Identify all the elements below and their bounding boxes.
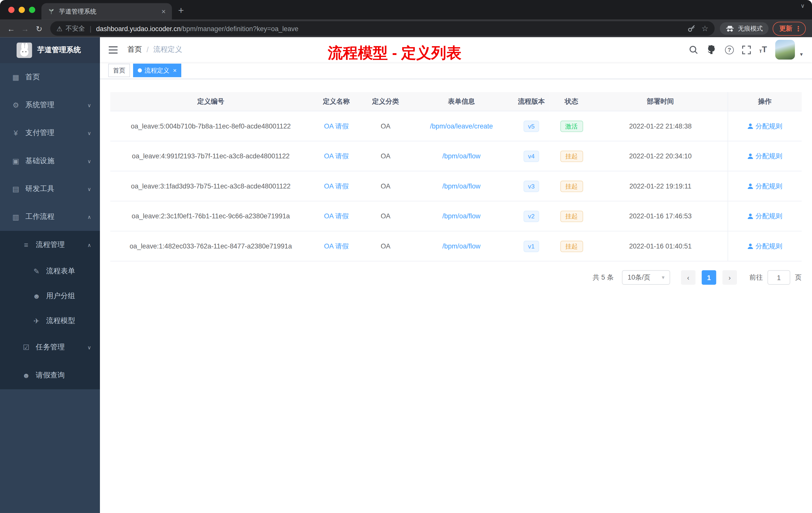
status-cell: 挂起 — [549, 171, 593, 201]
definition-name-cell: OA 请假 — [311, 141, 361, 171]
form-info-link[interactable]: /bpm/oa/flow — [442, 152, 481, 160]
assign-rule-link[interactable]: 分配规则 — [747, 212, 782, 221]
operation-cell: 分配规则 — [728, 141, 802, 171]
status-cell: 激活 — [549, 111, 593, 141]
browser-tab[interactable]: 芋道管理系统 × — [41, 3, 172, 20]
close-window-button[interactable] — [8, 7, 14, 13]
sidebar-item-label: 流程管理 — [36, 240, 65, 249]
prev-page-button[interactable]: ‹ — [681, 270, 696, 285]
url-path: /bpm/manager/definition?key=oa_leave — [181, 25, 298, 32]
sidebar-item-workflow[interactable]: ▥工作流程∧ — [0, 203, 100, 231]
page-size-select[interactable]: 10条/页 ▼ — [622, 270, 670, 285]
tab-close-icon[interactable]: × — [160, 7, 168, 16]
form-info-link[interactable]: /bpm/oa/leave/create — [430, 122, 493, 130]
sidebar-item-process-model[interactable]: ✈流程模型 — [0, 308, 100, 333]
table-row: oa_leave:1:482ec033-762a-11ec-8477-a2380… — [110, 231, 802, 261]
person-icon — [747, 243, 754, 249]
tags-view-bar: 首页流程定义× — [100, 62, 812, 79]
incognito-icon — [726, 25, 734, 32]
breadcrumb-current: 流程定义 — [153, 45, 182, 54]
tag-label: 流程定义 — [144, 66, 169, 75]
chevron-down-icon: ∨ — [87, 344, 91, 350]
sidebar-item-infrastructure[interactable]: ▣基础设施∨ — [0, 147, 100, 175]
version-badge: v2 — [523, 210, 539, 221]
sidebar-item-task-management[interactable]: ☑任务管理∨ — [0, 333, 100, 361]
form-info-link[interactable]: /bpm/oa/flow — [442, 182, 481, 190]
assign-rule-link[interactable]: 分配规则 — [747, 181, 782, 191]
sidebar-item-devtools[interactable]: ▤研发工具∨ — [0, 175, 100, 203]
table-row: oa_leave:4:991f2193-7b7f-11ec-a3c8-acde4… — [110, 141, 802, 171]
sidebar-item-process-form[interactable]: ✎流程表单 — [0, 259, 100, 283]
sidebar-item-system[interactable]: ⚙系统管理∨ — [0, 91, 100, 119]
tag-item[interactable]: 首页 — [108, 64, 130, 77]
avatar-caret-down-icon[interactable]: ▼ — [799, 52, 804, 57]
status-badge: 挂起 — [560, 180, 583, 192]
font-size-icon[interactable]: тT — [759, 46, 767, 54]
form-info-cell: /bpm/oa/flow — [409, 171, 513, 201]
incognito-badge: 无痕模式 — [720, 22, 768, 35]
deploy-time-cell: 2022-01-16 01:40:51 — [593, 231, 728, 261]
action-label: 分配规则 — [755, 181, 782, 191]
zoom-window-button[interactable] — [29, 7, 35, 13]
table-row: oa_leave:3:1fad3d93-7b75-11ec-a3c8-acde4… — [110, 171, 802, 201]
sidebar-item-user-group[interactable]: ☻用户分组 — [0, 283, 100, 308]
action-label: 分配规则 — [755, 241, 782, 251]
sidebar-item-leave-query[interactable]: ☻请假查询 — [0, 361, 100, 389]
definition-name-link[interactable]: OA 请假 — [324, 242, 348, 250]
minimize-window-button[interactable] — [19, 7, 25, 13]
user-avatar[interactable] — [775, 40, 795, 59]
status-cell: 挂起 — [549, 141, 593, 171]
navbar-actions: ? тT ▼ — [689, 40, 804, 59]
not-secure-warning-icon: ⚠ — [57, 25, 62, 32]
sidebar-collapse-icon[interactable] — [108, 46, 118, 54]
operation-cell: 分配规则 — [728, 231, 802, 261]
definition-name-cell: OA 请假 — [311, 111, 361, 141]
browser-menu-kebab-icon[interactable]: ⋮ — [795, 25, 802, 32]
definition-name-link[interactable]: OA 请假 — [324, 152, 348, 160]
new-tab-button[interactable]: + — [178, 5, 184, 15]
goto-page-input[interactable]: 1 — [767, 270, 790, 285]
content-area: 定义编号定义名称定义分类表单信息流程版本状态部署时间操作 oa_leave:5:… — [100, 79, 812, 513]
table-body: oa_leave:5:004b710b-7b8a-11ec-8ef0-acde4… — [110, 111, 802, 261]
reload-button[interactable]: ↻ — [32, 25, 46, 32]
sidebar-item-payment[interactable]: ¥支付管理∨ — [0, 119, 100, 147]
process-version-cell: v1 — [513, 231, 549, 261]
definition-id-cell: oa_leave:4:991f2193-7b7f-11ec-a3c8-acde4… — [110, 141, 311, 171]
submenu-process-management: ✎流程表单☻用户分组✈流程模型 — [0, 259, 100, 333]
tag-active[interactable]: 流程定义× — [133, 64, 181, 77]
sidebar-item-process-management[interactable]: ≡流程管理∧ — [0, 231, 100, 259]
definition-category-cell: OA — [361, 171, 410, 201]
breadcrumb-home[interactable]: 首页 — [127, 45, 142, 54]
key-icon[interactable] — [687, 24, 695, 33]
next-page-button[interactable]: › — [722, 270, 737, 285]
sidebar-item-label: 任务管理 — [36, 342, 65, 352]
breadcrumb: 首页 / 流程定义 — [127, 45, 182, 54]
help-icon[interactable]: ? — [725, 45, 734, 54]
address-bar[interactable]: ⚠ 不安全 | dashboard.yudao.iocoder.cn /bpm/… — [50, 21, 715, 36]
assign-rule-link[interactable]: 分配规则 — [747, 241, 782, 251]
top-navbar: 首页 / 流程定义 流程模型 - 定义列表 ? тT — [100, 37, 812, 62]
sidebar-item-home[interactable]: ▦首页 — [0, 63, 100, 91]
update-browser-button[interactable]: 更新 ⋮ — [773, 22, 806, 36]
bookmark-star-icon[interactable]: ☆ — [701, 24, 708, 33]
table-header-row: 定义编号定义名称定义分类表单信息流程版本状态部署时间操作 — [110, 92, 802, 111]
workflow-icon: ▥ — [11, 213, 20, 221]
security-label[interactable]: 不安全 — [65, 24, 85, 33]
page-button[interactable]: 1 — [702, 270, 716, 285]
form-info-link[interactable]: /bpm/oa/flow — [442, 242, 481, 250]
definition-name-link[interactable]: OA 请假 — [324, 212, 348, 220]
definition-name-link[interactable]: OA 请假 — [324, 182, 348, 190]
tag-close-icon[interactable]: × — [173, 67, 176, 74]
github-icon[interactable] — [706, 44, 717, 55]
definition-category-cell: OA — [361, 201, 410, 231]
definition-name-link[interactable]: OA 请假 — [324, 122, 348, 130]
form-info-link[interactable]: /bpm/oa/flow — [442, 212, 481, 220]
version-badge: v3 — [523, 180, 539, 192]
fullscreen-icon[interactable] — [742, 45, 751, 54]
tab-search-chevron-icon[interactable]: ∨ — [801, 2, 805, 9]
back-button[interactable]: ← — [4, 25, 18, 32]
user-icon: ☻ — [22, 371, 31, 380]
assign-rule-link[interactable]: 分配规则 — [747, 151, 782, 161]
assign-rule-link[interactable]: 分配规则 — [747, 121, 782, 131]
search-icon[interactable] — [689, 45, 698, 54]
